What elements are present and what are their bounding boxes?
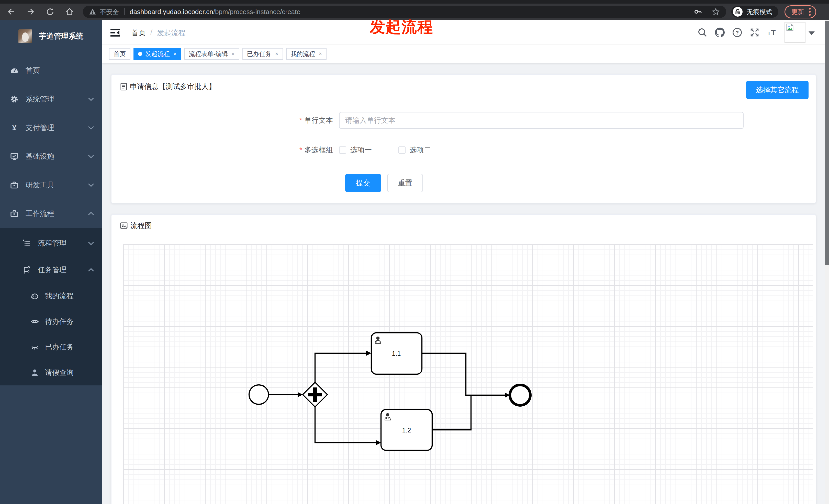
svg-text:?: ?	[736, 30, 739, 36]
tab-done-tasks[interactable]: 已办任务 ×	[243, 48, 283, 60]
url-bar[interactable]: 不安全 dashboard.yudao.iocoder.cn/bpm/proce…	[83, 6, 726, 18]
eye-closed-icon	[31, 343, 39, 351]
bpmn-end-event[interactable]	[510, 385, 530, 405]
bpmn-start-event[interactable]	[249, 385, 268, 404]
browser-menu-dots-icon[interactable]	[809, 8, 811, 16]
tab-start-process[interactable]: 发起流程 ×	[134, 48, 181, 60]
breadcrumb-home[interactable]: 首页	[132, 28, 146, 38]
scrollbar-thumb[interactable]	[825, 21, 829, 265]
checkbox-option1[interactable]	[339, 147, 346, 154]
sidebar-item-done-tasks[interactable]: 已办任务	[0, 334, 102, 360]
checkbox-option1-label: 选项一	[350, 145, 372, 155]
tab-process-form-edit[interactable]: 流程表单-编辑 ×	[184, 48, 239, 60]
github-link[interactable]	[715, 28, 725, 37]
sidebar-item-devtools[interactable]: 研发工具	[0, 171, 102, 199]
password-key-icon[interactable]	[693, 7, 702, 16]
text-field-label: *单行文本	[111, 116, 339, 125]
diagram-title-row: 流程图	[111, 215, 816, 231]
app-logo-row[interactable]: 芋道管理系统	[0, 20, 102, 45]
sidebar-item-leave-query[interactable]: 请假查询	[0, 360, 102, 385]
bpmn-user-task-2[interactable]: 1.2	[381, 410, 432, 450]
refresh-button[interactable]	[44, 6, 56, 18]
submit-button[interactable]: 提交	[345, 174, 381, 192]
task2-label: 1.2	[402, 427, 411, 434]
document-icon	[120, 83, 127, 90]
chevron-down-icon	[88, 154, 94, 158]
gear-icon	[10, 95, 19, 103]
sidebar-item-label: 支付管理	[26, 123, 88, 133]
search-icon	[697, 28, 707, 37]
app-title: 芋道管理系统	[39, 31, 83, 41]
sidebar-item-label: 首页	[26, 66, 102, 75]
chevron-up-icon	[88, 268, 94, 272]
tab-close-icon[interactable]: ×	[173, 51, 177, 57]
single-line-text-input[interactable]	[339, 112, 744, 129]
svg-text:¥: ¥	[12, 124, 16, 132]
workflow-submenu: 流程管理 任务管理 我的流程 待办任务 已办任务 请假	[0, 228, 102, 385]
dashboard-icon	[10, 67, 19, 75]
sidebar-item-my-process[interactable]: 我的流程	[0, 283, 102, 309]
sidebar-menu: 首页 系统管理 ¥ 支付管理 基础设施 研发工具 工作流程	[0, 56, 102, 385]
sidebar-item-label: 流程管理	[38, 238, 88, 248]
required-mark: *	[299, 116, 302, 124]
bpmn-parallel-gateway[interactable]	[303, 382, 327, 407]
sidebar-item-infrastructure[interactable]: 基础设施	[0, 142, 102, 171]
sidebar-item-todo-tasks[interactable]: 待办任务	[0, 309, 102, 334]
reset-button[interactable]: 重置	[387, 174, 423, 192]
breadcrumb: 首页 / 发起流程	[132, 28, 186, 38]
home-icon	[65, 7, 74, 16]
bpmn-user-task-1[interactable]: 1.1	[371, 333, 422, 374]
update-label: 更新	[791, 8, 804, 16]
github-icon	[715, 27, 725, 38]
sidebar-item-system[interactable]: 系统管理	[0, 85, 102, 114]
tags-view-bar: 首页 发起流程 × 流程表单-编辑 × 已办任务 × 我的流程 ×	[102, 45, 825, 64]
fullscreen-button[interactable]	[750, 28, 759, 37]
sidebar-item-payment[interactable]: ¥ 支付管理	[0, 114, 102, 142]
breadcrumb-separator: /	[150, 28, 152, 38]
tab-my-process[interactable]: 我的流程 ×	[286, 48, 327, 60]
avatar[interactable]	[785, 22, 805, 43]
sidebar: 芋道管理系统 首页 系统管理 ¥ 支付管理 基础设施 研发工具	[0, 20, 102, 504]
checkbox-field-row: *多选框组 选项一 选项二	[111, 146, 458, 154]
bookmark-star-icon[interactable]	[711, 7, 720, 16]
back-icon	[7, 7, 16, 16]
bpmn-canvas[interactable]: 1.1 1.2	[123, 244, 813, 504]
process-diagram-card: 流程图	[111, 214, 816, 504]
tab-close-icon[interactable]: ×	[231, 51, 235, 57]
font-size-button[interactable]: TT	[767, 28, 777, 37]
checkbox-option2-label: 选项二	[410, 145, 431, 155]
page-scrollbar[interactable]	[825, 20, 829, 504]
sidebar-item-label: 基础设施	[26, 152, 88, 161]
home-button[interactable]	[63, 6, 76, 18]
sidebar-item-process-mgmt[interactable]: 流程管理	[0, 230, 102, 257]
annotation-text: 发起流程	[370, 17, 433, 38]
help-button[interactable]: ?	[732, 28, 742, 37]
checkbox-option2[interactable]	[398, 147, 405, 154]
sidebar-collapse-icon[interactable]	[110, 29, 120, 37]
incognito-label: 无痕模式	[747, 8, 772, 16]
required-mark: *	[299, 146, 302, 154]
tab-home[interactable]: 首页	[109, 48, 131, 60]
select-other-process-button[interactable]: 选择其它流程	[746, 81, 808, 99]
search-button[interactable]	[697, 28, 707, 37]
sidebar-item-home[interactable]: 首页	[0, 56, 102, 85]
tab-label: 我的流程	[291, 50, 315, 58]
forward-button[interactable]	[25, 6, 37, 18]
browser-update-button[interactable]: 更新	[785, 5, 816, 18]
eye-open-icon	[31, 317, 39, 325]
tab-close-icon[interactable]: ×	[275, 51, 279, 57]
tab-close-icon[interactable]: ×	[319, 51, 322, 57]
tab-label: 流程表单-编辑	[189, 50, 228, 58]
sidebar-item-label: 我的流程	[45, 291, 102, 301]
broken-image-icon	[786, 24, 794, 31]
flow-gateway-to-task1	[315, 351, 371, 382]
sidebar-item-workflow[interactable]: 工作流程	[0, 199, 102, 228]
avatar-caret-icon[interactable]	[808, 31, 815, 35]
back-button[interactable]	[5, 6, 17, 18]
bpmn-diagram: 1.1 1.2	[123, 244, 814, 504]
sidebar-item-task-mgmt[interactable]: 任务管理	[0, 257, 102, 283]
chevron-down-icon	[88, 183, 94, 187]
sidebar-item-label: 已办任务	[45, 342, 102, 352]
robot-face-icon	[31, 292, 39, 300]
chevron-down-icon	[88, 241, 94, 245]
